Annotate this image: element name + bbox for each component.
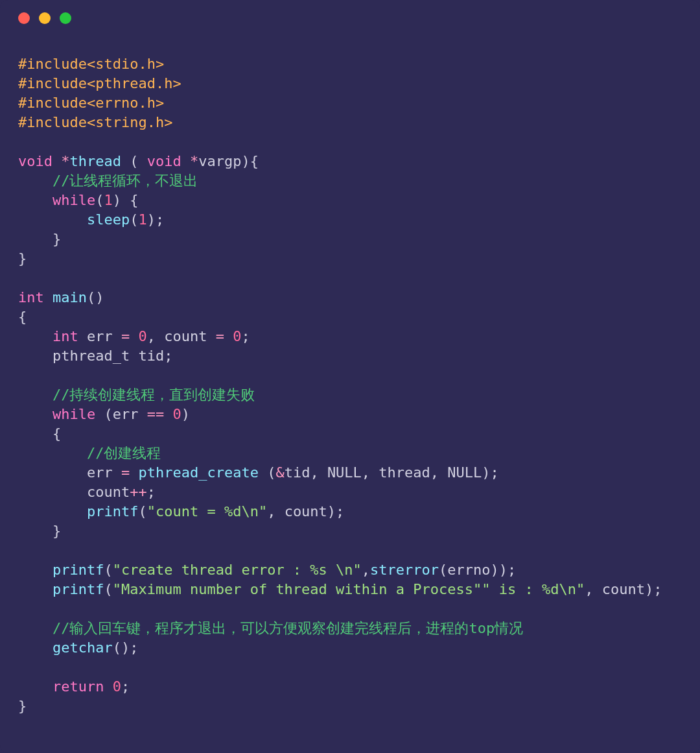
comment: //输入回车键，程序才退出，可以方便观察创建完线程后，进程的top情况 xyxy=(52,620,523,636)
id-count: count xyxy=(87,484,130,500)
brace-close: } xyxy=(18,698,27,714)
op-assign: = xyxy=(216,328,233,344)
fn-printf: printf xyxy=(52,562,104,578)
punc: ( xyxy=(104,562,112,578)
punc: ( xyxy=(130,211,138,228)
minimize-icon[interactable] xyxy=(39,12,51,24)
brace-close: } xyxy=(18,250,27,267)
id-tid: tid; xyxy=(130,348,172,364)
preproc-include: #include xyxy=(18,56,87,72)
num-literal: 0 xyxy=(172,406,181,422)
op-star: * xyxy=(181,153,199,169)
op-amp: & xyxy=(275,464,284,481)
brace-open: { xyxy=(18,309,27,325)
preproc-include: #include xyxy=(18,75,87,91)
num-literal: 0 xyxy=(138,328,146,344)
punc: ) { xyxy=(113,192,139,208)
fn-main: main xyxy=(52,289,87,305)
preproc-include: #include xyxy=(18,114,87,130)
punc: ( xyxy=(95,192,104,208)
punc: , xyxy=(362,562,370,578)
fn-thread: thread xyxy=(69,153,121,169)
op-star: * xyxy=(61,153,69,169)
zoom-icon[interactable] xyxy=(60,12,71,24)
fn-sleep: sleep xyxy=(87,211,130,228)
preproc-header: <stdio.h> xyxy=(87,56,164,72)
close-icon[interactable] xyxy=(18,12,30,24)
kw-return: return xyxy=(52,678,104,695)
fn-printf: printf xyxy=(87,503,138,520)
preproc-header: <string.h> xyxy=(87,114,172,130)
preproc-include: #include xyxy=(18,95,87,111)
args: , thread, xyxy=(362,464,447,481)
string-literal: "create thread error : %s \n" xyxy=(113,562,362,578)
string-literal: "count = %d\n" xyxy=(147,503,267,520)
brace-close: } xyxy=(52,523,61,539)
args: tid, xyxy=(285,464,327,481)
punc: ; xyxy=(241,328,250,344)
args: , count); xyxy=(585,581,662,597)
type-pthread-t: pthread_t xyxy=(52,348,130,364)
num-literal: 1 xyxy=(138,211,146,228)
op-inc: ++ xyxy=(130,484,147,500)
brace-open: { xyxy=(52,425,61,442)
id-err: err xyxy=(87,464,121,481)
num-literal: 1 xyxy=(104,192,112,208)
num-literal: 0 xyxy=(113,678,121,695)
fn-pthread-create: pthread_create xyxy=(138,464,258,481)
fn-getchar: getchar xyxy=(52,639,113,656)
const-null: NULL xyxy=(327,464,362,481)
id-vargp: vargp xyxy=(198,153,241,169)
space xyxy=(104,678,112,695)
punc: ) xyxy=(181,406,190,422)
kw-while: while xyxy=(52,406,95,422)
type-void: void xyxy=(18,153,52,169)
punc: ( xyxy=(104,581,112,597)
type-int: int xyxy=(52,328,78,344)
comment: //创建线程 xyxy=(87,445,161,461)
type-int: int xyxy=(18,289,44,305)
fn-strerror: strerror xyxy=(370,562,439,578)
preproc-header: <errno.h> xyxy=(87,95,164,111)
punc: (); xyxy=(113,639,139,656)
type-void: void xyxy=(147,153,181,169)
punc: ( xyxy=(259,464,276,481)
window-titlebar xyxy=(0,0,700,36)
preproc-header: <pthread.h> xyxy=(87,75,181,91)
brace-close: } xyxy=(52,231,61,247)
string-literal: "Maximum number of thread within a Proce… xyxy=(113,581,585,597)
code-block: #include<stdio.h> #include<pthread.h> #i… xyxy=(0,36,700,716)
code-window: #include<stdio.h> #include<pthread.h> #i… xyxy=(0,0,700,753)
expr: (err xyxy=(95,406,146,422)
comment: //持续创建线程，直到创建失败 xyxy=(52,387,255,403)
punc: ( xyxy=(121,153,147,169)
id-count: , count xyxy=(147,328,216,344)
punc: ; xyxy=(121,678,130,695)
kw-while: while xyxy=(52,192,95,208)
punc: ); xyxy=(482,464,499,481)
punc: () xyxy=(87,289,104,305)
op-assign: = xyxy=(121,464,139,481)
punc: ){ xyxy=(241,153,259,169)
args: , count); xyxy=(267,503,344,520)
num-literal: 0 xyxy=(233,328,241,344)
op-eqeq: == xyxy=(147,406,173,422)
const-null: NULL xyxy=(447,464,482,481)
punc: ); xyxy=(147,211,165,228)
punc: ( xyxy=(138,503,146,520)
id-err: err xyxy=(78,328,121,344)
comment: //让线程循环，不退出 xyxy=(52,173,198,189)
op-assign: = xyxy=(121,328,139,344)
fn-printf: printf xyxy=(52,581,104,597)
punc: ; xyxy=(147,484,156,500)
args: (errno)); xyxy=(439,562,516,578)
